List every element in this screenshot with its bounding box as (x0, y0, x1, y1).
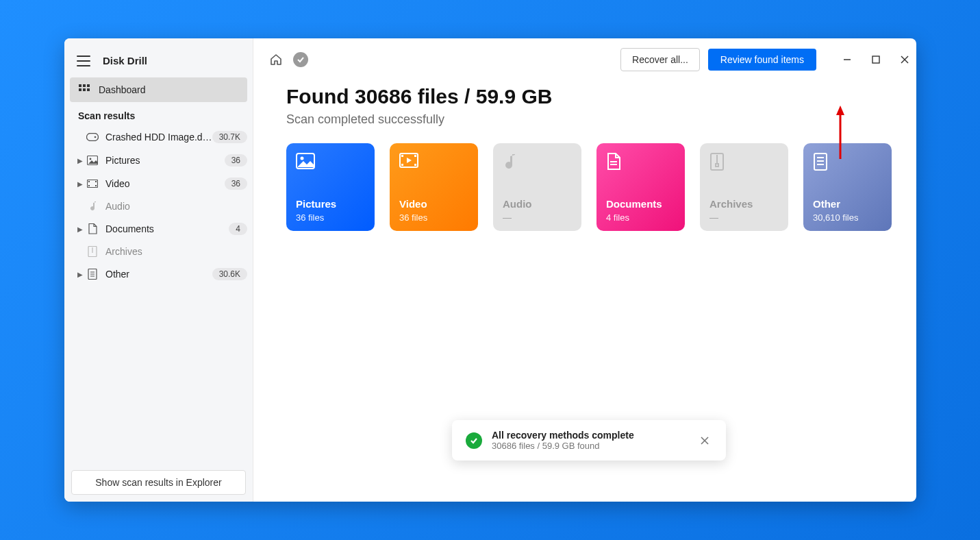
svg-rect-1 (83, 84, 86, 87)
app-title: Disk Drill (103, 55, 147, 66)
svg-rect-2 (87, 84, 90, 87)
annotation-arrow (835, 106, 846, 160)
chevron-right-icon: ▶ (75, 157, 85, 164)
document-icon (606, 153, 675, 171)
category-cards: Pictures 36 files Video 36 files (286, 143, 892, 231)
video-icon (399, 153, 468, 168)
headline-title: Found 30686 files / 59.9 GB (286, 85, 892, 108)
svg-point-9 (90, 158, 92, 160)
card-documents[interactable]: Documents 4 files (596, 143, 685, 231)
svg-rect-6 (87, 134, 99, 141)
sidebar-disk-label: Crashed HDD Image.d… (105, 132, 212, 143)
svg-rect-14 (95, 185, 97, 186)
recover-all-button[interactable]: Recover all... (620, 48, 700, 71)
menu-icon[interactable] (77, 56, 90, 66)
sidebar-item-archives[interactable]: Archives (64, 241, 253, 262)
card-other[interactable]: Other 30,610 files (803, 143, 892, 231)
chevron-right-icon: ▶ (75, 271, 85, 278)
svg-rect-11 (88, 181, 90, 182)
window-controls (841, 53, 911, 66)
scan-results-heading: Scan results (64, 103, 253, 125)
sidebar: Disk Drill Dashboard Scan results Crashe… (64, 38, 253, 502)
svg-rect-12 (88, 185, 90, 186)
sidebar-disk[interactable]: Crashed HDD Image.d… 30.7K (64, 125, 253, 149)
document-icon (85, 223, 100, 234)
card-video[interactable]: Video 36 files (390, 143, 478, 231)
disk-icon (85, 133, 100, 141)
topbar: Recover all... Review found items (253, 38, 916, 81)
sidebar-item-documents[interactable]: ▶ Documents 4 (64, 217, 253, 241)
svg-point-26 (300, 157, 303, 160)
other-icon (813, 153, 882, 171)
svg-rect-4 (83, 88, 86, 91)
chevron-right-icon: ▶ (75, 180, 85, 188)
sidebar-item-audio[interactable]: Audio (64, 195, 253, 217)
toast-close-icon[interactable] (697, 433, 712, 448)
nav-dashboard[interactable]: Dashboard (70, 77, 247, 102)
archive-icon (85, 246, 100, 257)
headline-subtitle: Scan completed successfully (286, 112, 892, 127)
audio-icon (85, 201, 100, 212)
svg-point-7 (95, 136, 97, 138)
svg-rect-13 (95, 181, 97, 182)
svg-rect-36 (716, 164, 718, 167)
picture-icon (296, 153, 365, 169)
svg-rect-22 (872, 56, 879, 63)
card-archives: Archives — (700, 143, 788, 231)
sidebar-disk-badge: 30.7K (212, 131, 247, 143)
minimize-icon[interactable] (841, 53, 853, 66)
app-window: Disk Drill Dashboard Scan results Crashe… (64, 38, 916, 502)
status-check-icon (293, 52, 308, 67)
maximize-icon[interactable] (870, 53, 882, 66)
sidebar-header: Disk Drill (64, 48, 253, 76)
svg-rect-31 (414, 164, 416, 166)
show-in-explorer-button[interactable]: Show scan results in Explorer (71, 470, 246, 495)
sidebar-item-pictures[interactable]: ▶ Pictures 36 (64, 149, 253, 172)
svg-rect-28 (401, 155, 403, 157)
close-icon[interactable] (899, 53, 911, 66)
svg-rect-30 (414, 155, 416, 157)
sidebar-item-other[interactable]: ▶ Other 30.6K (64, 262, 253, 286)
card-pictures[interactable]: Pictures 36 files (286, 143, 375, 231)
picture-icon (85, 156, 100, 165)
svg-rect-3 (79, 88, 81, 91)
home-icon[interactable] (267, 51, 285, 69)
toast-recovery-complete: All recovery methods complete 30686 file… (452, 420, 726, 461)
svg-rect-5 (87, 88, 90, 91)
archive-icon (709, 153, 779, 171)
svg-rect-0 (79, 84, 81, 87)
chevron-right-icon: ▶ (75, 225, 85, 233)
sidebar-item-video[interactable]: ▶ Video 36 (64, 172, 253, 195)
main-panel: Recover all... Review found items Found … (253, 38, 916, 502)
review-found-items-button[interactable]: Review found items (708, 49, 816, 71)
nav-dashboard-label: Dashboard (99, 84, 146, 95)
card-audio: Audio — (493, 143, 581, 231)
content: Found 30686 files / 59.9 GB Scan complet… (253, 81, 916, 235)
audio-icon (503, 153, 572, 171)
svg-rect-29 (401, 164, 403, 166)
toast-title: All recovery methods complete (492, 430, 697, 441)
check-icon (466, 432, 482, 449)
dashboard-icon (78, 84, 90, 96)
video-icon (85, 180, 100, 188)
toast-sub: 30686 files / 59.9 GB found (492, 441, 697, 451)
other-icon (85, 269, 100, 280)
